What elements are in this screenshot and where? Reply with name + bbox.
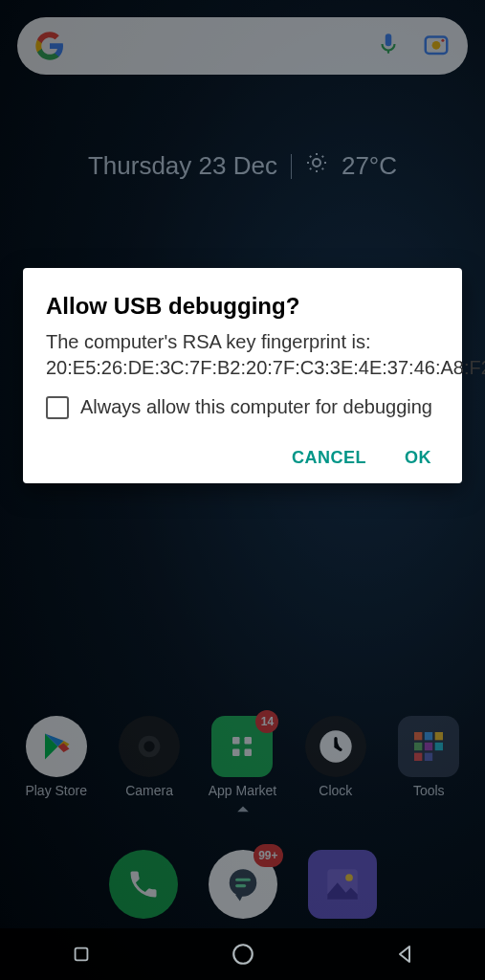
svg-point-19: [229, 869, 256, 897]
modal-scrim: [0, 0, 485, 980]
svg-point-2: [441, 39, 444, 42]
checkbox-label: Always allow this computer for debugging: [80, 394, 432, 419]
svg-rect-18: [425, 753, 432, 761]
date-text: Thursday 23 Dec: [88, 151, 277, 181]
messages-app[interactable]: 99+: [209, 850, 277, 919]
svg-rect-7: [245, 737, 253, 745]
svg-rect-6: [232, 737, 240, 745]
app-label: Camera: [125, 783, 173, 798]
google-logo-icon: [34, 31, 65, 61]
svg-rect-12: [425, 732, 432, 740]
badge: 14: [255, 710, 278, 733]
dock: 99+: [0, 850, 485, 919]
cancel-button[interactable]: CANCEL: [292, 448, 366, 468]
svg-rect-9: [245, 749, 253, 757]
checkbox-icon[interactable]: [46, 396, 69, 419]
always-allow-checkbox-row[interactable]: Always allow this computer for debugging: [46, 394, 439, 419]
recents-button[interactable]: [68, 941, 95, 968]
divider: [291, 154, 292, 179]
svg-rect-24: [75, 948, 87, 961]
svg-rect-11: [414, 732, 422, 740]
dialog-body-intro: The computer's RSA key fingerprint is:: [46, 331, 371, 352]
dialog-title: Allow USB debugging?: [46, 293, 439, 320]
svg-rect-20: [235, 879, 251, 881]
temperature-text: 27°C: [342, 151, 397, 181]
svg-rect-16: [435, 743, 443, 750]
sun-icon: [305, 151, 328, 181]
app-app-market[interactable]: 14 App Market: [199, 716, 285, 798]
usb-debugging-dialog: Allow USB debugging? The computer's RSA …: [23, 268, 462, 483]
app-label: Tools: [413, 783, 445, 798]
svg-point-3: [313, 159, 320, 167]
app-clock[interactable]: Clock: [293, 716, 379, 798]
svg-rect-17: [414, 753, 422, 761]
app-label: Clock: [319, 783, 352, 798]
home-app-row: Play Store Camera 14 App Market Clock To…: [0, 716, 485, 798]
badge: 99+: [254, 844, 282, 867]
svg-point-23: [345, 874, 353, 881]
mic-icon[interactable]: [376, 32, 401, 60]
back-button[interactable]: [391, 941, 418, 968]
svg-rect-14: [414, 743, 422, 750]
app-label: Play Store: [25, 783, 87, 798]
ok-button[interactable]: OK: [405, 448, 431, 468]
svg-point-25: [233, 945, 253, 964]
app-camera[interactable]: Camera: [106, 716, 192, 798]
home-button[interactable]: [230, 941, 256, 968]
svg-rect-13: [435, 732, 443, 740]
svg-point-1: [432, 41, 441, 50]
gallery-app[interactable]: [308, 850, 377, 919]
app-tools-folder[interactable]: Tools: [386, 716, 472, 798]
phone-app[interactable]: [109, 850, 178, 919]
svg-rect-21: [235, 884, 246, 887]
dialog-fingerprint: 20:E5:26:DE:3C:7F:B2:20:7F:C3:3E:4E:37:4…: [46, 357, 485, 378]
lens-icon[interactable]: [422, 30, 451, 62]
svg-rect-15: [425, 743, 432, 750]
app-drawer-handle-icon[interactable]: [230, 796, 256, 827]
navigation-bar: [0, 928, 485, 980]
svg-rect-8: [232, 749, 240, 757]
google-search-bar[interactable]: [17, 17, 468, 75]
svg-point-5: [143, 741, 154, 751]
dialog-body: The computer's RSA key fingerprint is: 2…: [46, 329, 439, 381]
app-play-store[interactable]: Play Store: [13, 716, 99, 798]
date-weather-widget[interactable]: Thursday 23 Dec 27°C: [0, 151, 485, 181]
